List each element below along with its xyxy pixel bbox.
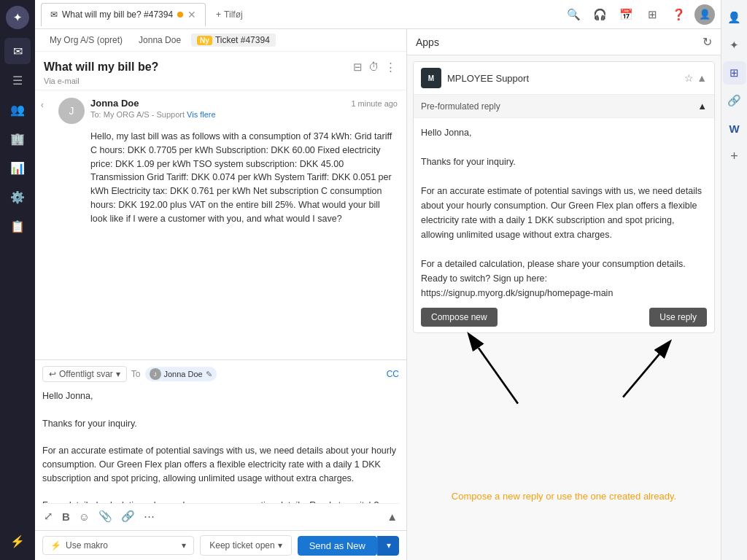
via-email: Via e-mail: [44, 77, 398, 85]
apps-scroll[interactable]: M MPLOYEE Support ☆ ▲ Pre-formulated rep…: [407, 55, 721, 560]
keep-ticket-chevron-icon: ▾: [278, 540, 282, 551]
pre-reply-chevron-icon[interactable]: ▲: [697, 101, 707, 112]
macro-placeholder: Use makro: [66, 540, 108, 551]
send-options-button[interactable]: ▾: [377, 536, 399, 556]
right-sidebar: 👤 ✦ ⊞ 🔗 W +: [721, 0, 747, 560]
sidebar-item-views[interactable]: ☰: [4, 67, 31, 93]
right-sidebar-link-icon[interactable]: 🔗: [723, 89, 746, 112]
apps-panel: Apps ↻ M MPLOYEE Support ☆ ▲: [407, 29, 721, 560]
app-body-line3: Thanks for your inquiry.: [421, 155, 707, 169]
to-label: To:: [90, 110, 101, 119]
reply-line4: [42, 430, 399, 444]
ticket-panel: My Org A/S (opret) Jonna Doe Ny Ticket #…: [35, 29, 407, 560]
right-sidebar-add-icon[interactable]: +: [723, 144, 746, 168]
app-logo-text: M: [428, 74, 434, 82]
collapse-arrow[interactable]: ‹: [35, 90, 50, 359]
send-button[interactable]: Send as New: [298, 536, 377, 556]
right-sidebar-user-icon[interactable]: 👤: [723, 6, 746, 29]
app-body-line6: [421, 242, 707, 257]
sidebar-item-settings[interactable]: ⚙️: [4, 184, 31, 210]
app-body-line7: For a detailed calculation, please share…: [421, 257, 707, 300]
use-reply-button[interactable]: Use reply: [649, 308, 707, 327]
more-format-icon[interactable]: ⋯: [142, 508, 156, 524]
recipient-name: Jonna Doe: [164, 370, 203, 378]
breadcrumb-ticket-label: Ticket #47394: [215, 35, 270, 45]
overlay-text: Compose a new reply or use the one creat…: [452, 491, 676, 502]
reply-line6: [42, 485, 399, 499]
svg-line-1: [623, 354, 659, 397]
emoji-icon[interactable]: ☺: [77, 509, 91, 524]
keep-ticket-button[interactable]: Keep ticket open ▾: [200, 535, 291, 556]
message-meta: Jonna Doe 1 minute ago To: My ORG A/S - …: [90, 98, 398, 119]
more-options-icon[interactable]: ⋮: [384, 59, 398, 75]
breadcrumb-ticket[interactable]: Ny Ticket #47394: [191, 34, 276, 47]
right-sidebar-grid-icon[interactable]: ⊞: [723, 61, 746, 85]
edit-recipient-icon[interactable]: ✎: [206, 370, 212, 379]
history-icon[interactable]: ⏱: [367, 59, 381, 75]
workspace: My Org A/S (opret) Jonna Doe Ny Ticket #…: [35, 29, 721, 560]
reply-line2: [42, 403, 399, 417]
sidebar-item-reports[interactable]: 📊: [4, 155, 31, 181]
app-logo: M: [421, 68, 441, 88]
link-icon[interactable]: 🔗: [120, 508, 136, 524]
message-to: To: My ORG A/S - Support Vis flere: [90, 110, 398, 119]
right-sidebar-magic-icon[interactable]: ✦: [723, 34, 746, 57]
pin-icon[interactable]: ☆: [684, 72, 694, 84]
scroll-up-icon[interactable]: ▲: [385, 509, 399, 524]
sidebar-item-customers[interactable]: 👥: [4, 96, 31, 122]
vis-flere-link[interactable]: Vis flere: [187, 110, 216, 119]
ticket-title: What will my bill be?: [44, 61, 158, 74]
reply-line3: Thanks for your inquiry.: [42, 417, 399, 431]
reply-line1: Hello Jonna,: [42, 389, 399, 403]
breadcrumb-org[interactable]: My Org A/S (opret): [44, 34, 128, 47]
apps-button[interactable]: ⊞: [642, 4, 662, 25]
apps-title: Apps: [416, 36, 439, 48]
reply-content[interactable]: Hello Jonna, Thanks for your inquiry. Fo…: [42, 386, 399, 503]
email-message: J Jonna Doe 1 minute ago To: My ORG A/S …: [50, 90, 406, 359]
sidebar-item-admin[interactable]: 📋: [4, 213, 31, 239]
tab-ticket[interactable]: ✉ What will my bill be? #47394 ✕: [41, 3, 206, 26]
tab-new[interactable]: + Tilføj: [209, 7, 250, 23]
expand-icon[interactable]: ⤢: [42, 508, 55, 524]
main-content: ✉ What will my bill be? #47394 ✕ + Tilfø…: [35, 0, 721, 560]
app-card-mployee: M MPLOYEE Support ☆ ▲ Pre-formulated rep…: [413, 61, 715, 333]
search-button[interactable]: 🔍: [563, 4, 584, 25]
refresh-button[interactable]: ↻: [703, 35, 712, 49]
badge-ny: Ny: [197, 36, 212, 45]
reply-line5: For an accurate estimate of potential sa…: [42, 444, 399, 485]
cc-button[interactable]: CC: [387, 369, 399, 379]
compose-new-button[interactable]: Compose new: [421, 308, 498, 327]
recipient-avatar: J: [150, 368, 161, 380]
ticket-header-icons: ⊟ ⏱ ⋮: [352, 59, 398, 75]
tab-close-button[interactable]: ✕: [187, 9, 196, 20]
app-body-line2: [421, 140, 707, 155]
sidebar-item-status[interactable]: ⚡: [4, 528, 31, 554]
bottom-bar: ⚡ Use makro ▾ Keep ticket open ▾ Send as…: [35, 530, 406, 560]
ticket-scroll-area[interactable]: ‹ J Jonna Doe 1 minute ago To: My ORG A/…: [35, 90, 406, 359]
bold-icon[interactable]: B: [61, 509, 71, 524]
help-button[interactable]: ❓: [668, 4, 689, 25]
to-org: My ORG A/S - Support: [104, 110, 185, 119]
breadcrumb-person[interactable]: Jonna Doe: [133, 34, 187, 47]
right-sidebar-word-icon[interactable]: W: [723, 117, 746, 140]
keep-ticket-label: Keep ticket open: [209, 540, 274, 551]
macro-chevron-icon: ▾: [182, 540, 186, 551]
help-center-button[interactable]: 🎧: [589, 4, 610, 25]
app-header-icons: ☆ ▲: [684, 72, 707, 84]
calendar-button[interactable]: 📅: [616, 4, 636, 25]
filter-icon[interactable]: ⊟: [352, 59, 364, 75]
sidebar-item-home[interactable]: ✉: [4, 38, 31, 64]
sidebar-item-organizations[interactable]: 🏢: [4, 125, 31, 152]
ticket-header: What will my bill be? ⊟ ⏱ ⋮ Via e-mail: [35, 52, 406, 90]
collapse-app-icon[interactable]: ▲: [697, 72, 707, 84]
attachment-icon[interactable]: 📎: [97, 508, 114, 524]
sender-avatar: J: [58, 98, 85, 124]
reply-type-selector[interactable]: ↩ Offentligt svar ▾: [42, 366, 127, 382]
plus-icon: +: [216, 9, 221, 20]
app-body-line4: [421, 169, 707, 184]
app-body: Hello Jonna, Thanks for your inquiry. Fo…: [414, 118, 714, 308]
left-sidebar: ✦ ✉ ☰ 👥 🏢 📊 ⚙️ 📋 ⚡: [0, 0, 35, 560]
recipient-badge: J Jonna Doe ✎: [145, 367, 217, 381]
user-avatar[interactable]: 👤: [694, 4, 715, 25]
macro-selector[interactable]: ⚡ Use makro ▾: [42, 536, 194, 555]
